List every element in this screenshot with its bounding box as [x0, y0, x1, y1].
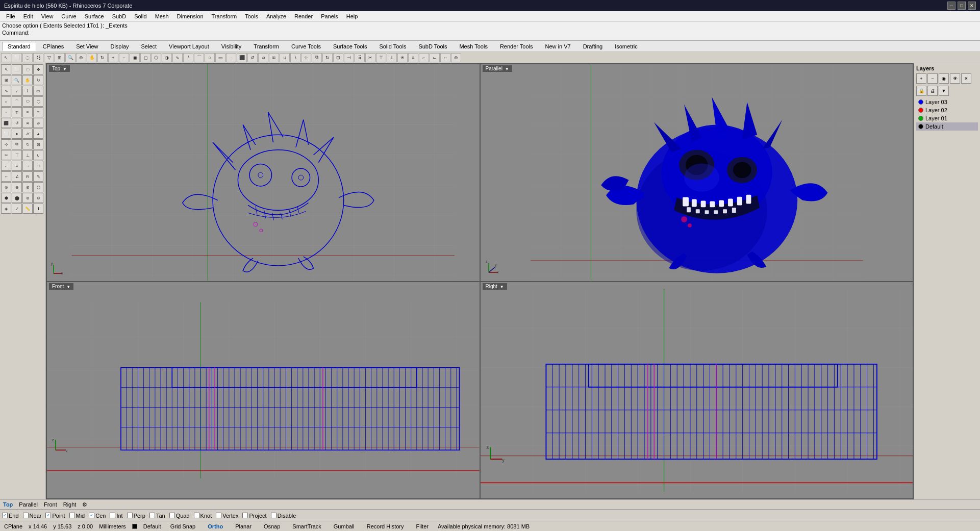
planar-btn[interactable]: Planar: [232, 523, 255, 529]
line-icon[interactable]: /: [183, 53, 193, 62]
offset-tool[interactable]: ≡: [12, 161, 22, 171]
zoom-extents-icon[interactable]: ⊞: [55, 53, 65, 62]
sweep-icon[interactable]: ⌀: [258, 53, 268, 62]
layer-visible-icon[interactable]: 👁: [950, 73, 960, 84]
chamfer-icon[interactable]: ⌙: [430, 53, 440, 62]
zoom-out-icon[interactable]: −: [119, 53, 129, 62]
gumball-tool[interactable]: ⊗: [22, 182, 33, 192]
tab-curve-tools[interactable]: Curve Tools: [286, 42, 326, 51]
vp-nav-top[interactable]: Top: [2, 501, 14, 508]
tab-visibility[interactable]: Visibility: [216, 42, 247, 51]
menu-panels[interactable]: Panels: [317, 12, 342, 20]
layer-row-default[interactable]: Default: [916, 122, 978, 131]
array-icon[interactable]: ⠿: [355, 53, 365, 62]
snap-int[interactable]: Int: [110, 513, 122, 519]
check-tool[interactable]: ✓: [12, 204, 22, 214]
zoom-in-icon[interactable]: +: [108, 53, 118, 62]
command-line[interactable]: Command:: [2, 30, 155, 36]
pan-icon[interactable]: ✋: [87, 53, 97, 62]
viewport-parallel[interactable]: Parallel ▼: [481, 64, 913, 281]
snap-knot[interactable]: Knot: [194, 513, 212, 519]
snap-tan[interactable]: Tan: [149, 513, 165, 519]
grid-snap-btn[interactable]: Grid Snap: [167, 523, 199, 529]
pointer-icon[interactable]: ↖: [1, 53, 11, 62]
window-select-tool[interactable]: ⬜: [12, 64, 22, 74]
reduce-tool[interactable]: ⊖: [33, 193, 43, 203]
snap-near[interactable]: Near: [23, 513, 42, 519]
zoom-window-tool[interactable]: 🔍: [12, 75, 22, 85]
wireframe-icon[interactable]: ⬡: [151, 53, 161, 62]
measure-tool[interactable]: 📏: [22, 204, 33, 214]
split-icon[interactable]: ⊤: [376, 53, 386, 62]
fillet-icon[interactable]: ⌐: [419, 53, 429, 62]
vp-front-label[interactable]: Front ▼: [49, 283, 73, 290]
snap-quad-checkbox[interactable]: [169, 513, 175, 518]
rectangle-icon[interactable]: ▭: [215, 53, 225, 62]
snap-quad[interactable]: Quad: [169, 513, 190, 519]
explode-icon[interactable]: ✳: [397, 53, 408, 62]
vp-nav-right[interactable]: Right: [62, 501, 78, 508]
snap-disable-checkbox[interactable]: [271, 513, 277, 518]
circle-icon[interactable]: ○: [205, 53, 215, 62]
layer-new-icon[interactable]: +: [916, 73, 926, 84]
split-tool[interactable]: ⊤: [12, 150, 22, 160]
hatch-tool[interactable]: ≡: [22, 107, 33, 117]
filter-icon[interactable]: ▽: [44, 53, 54, 62]
sweep-tool[interactable]: ⌀: [33, 118, 43, 128]
snap-end[interactable]: End: [2, 513, 19, 519]
snap-cen-checkbox[interactable]: [89, 513, 94, 518]
snap-perp-checkbox[interactable]: [127, 513, 133, 518]
osnap-btn[interactable]: Osnap: [261, 523, 283, 529]
offset-icon[interactable]: ≡: [408, 53, 418, 62]
menu-dimension[interactable]: Dimension: [173, 12, 208, 20]
leader-tool[interactable]: ↰: [33, 107, 43, 117]
boolean-diff-icon[interactable]: ∖: [290, 53, 300, 62]
vp-nav-settings-icon[interactable]: ⚙: [81, 501, 88, 509]
rotate-icon[interactable]: ↻: [322, 53, 333, 62]
orbit-tool[interactable]: ↻: [33, 75, 43, 85]
ellipse-tool[interactable]: ⬭: [22, 96, 33, 107]
fillet-tool[interactable]: ⌐: [1, 161, 11, 171]
tab-render-tools[interactable]: Render Tools: [494, 42, 539, 51]
snap-int-checkbox[interactable]: [110, 513, 115, 518]
ghosted-icon[interactable]: ◻: [140, 53, 150, 62]
revolve-tool[interactable]: ↺: [12, 118, 22, 128]
record-history-btn[interactable]: Record History: [364, 523, 407, 529]
draw-curve-icon[interactable]: ∿: [172, 53, 183, 62]
bool-tool[interactable]: ∪: [33, 150, 43, 160]
rect-tool[interactable]: ▭: [33, 86, 43, 96]
ortho-btn[interactable]: Ortho: [205, 523, 226, 529]
vp-top-label[interactable]: Top ▼: [49, 65, 70, 72]
loft-tool[interactable]: ≋: [22, 118, 33, 128]
circle-tool[interactable]: ○: [1, 96, 11, 107]
layer-lock-icon[interactable]: 🔒: [916, 86, 926, 96]
viewport-front[interactable]: Front ▼: [47, 282, 480, 499]
menu-tools[interactable]: Tools: [241, 12, 262, 20]
layer-close-icon[interactable]: ✕: [961, 73, 971, 84]
dim-angle-tool[interactable]: ∠: [12, 171, 22, 182]
arc-tool[interactable]: ⌒: [12, 96, 22, 107]
tab-surface-tools[interactable]: Surface Tools: [328, 42, 372, 51]
vp-right-label[interactable]: Right ▼: [483, 283, 507, 290]
filter-btn[interactable]: Filter: [413, 523, 432, 529]
curve-tool[interactable]: ∿: [1, 86, 11, 96]
menu-curve[interactable]: Curve: [57, 12, 80, 20]
snap-vertex-checkbox[interactable]: [216, 513, 221, 518]
pan-tool[interactable]: ✋: [22, 75, 33, 85]
dim-radius-tool[interactable]: R: [22, 171, 33, 182]
cone-tool[interactable]: ▲: [33, 129, 43, 139]
tab-mesh-tools[interactable]: Mesh Tools: [454, 42, 493, 51]
zoom-dynamic-icon[interactable]: ⊕: [76, 53, 86, 62]
menu-file[interactable]: File: [2, 12, 19, 20]
menu-surface[interactable]: Surface: [81, 12, 108, 20]
tab-select[interactable]: Select: [136, 42, 163, 51]
mirror-tool[interactable]: ⊣: [33, 161, 43, 171]
mesh-tool[interactable]: ⬤: [12, 193, 22, 203]
subd-tool[interactable]: ⬡: [33, 182, 43, 192]
weld-tool[interactable]: ⊛: [22, 193, 33, 203]
maximize-button[interactable]: □: [958, 2, 966, 10]
vp-front-arrow[interactable]: ▼: [66, 285, 70, 289]
menu-view[interactable]: View: [37, 12, 58, 20]
window-select-icon[interactable]: ⬜: [12, 53, 22, 62]
text-tool[interactable]: T: [12, 107, 22, 117]
